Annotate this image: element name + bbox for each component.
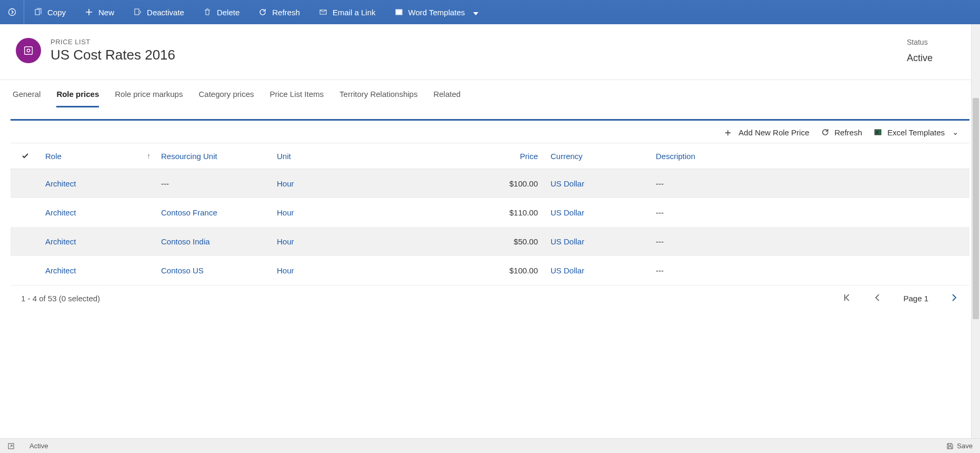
tab-role-prices[interactable]: Role prices: [56, 90, 99, 107]
prev-page-icon: [873, 293, 882, 302]
cell-resourcing-unit: ---: [156, 179, 272, 188]
header-status: Status Active: [907, 38, 964, 64]
header-titles: PRICE LIST US Cost Rates 2016: [51, 38, 175, 63]
status-bar-popout[interactable]: [7, 442, 15, 450]
tab-general[interactable]: General: [13, 90, 41, 107]
form-tabs: General Role prices Role price markups C…: [0, 80, 980, 107]
select-all-checkbox[interactable]: [11, 152, 40, 160]
cell-resourcing-unit[interactable]: Contoso US: [156, 266, 272, 275]
column-unit[interactable]: Unit: [272, 152, 429, 161]
status-label: Status: [907, 38, 933, 46]
column-currency[interactable]: Currency: [545, 152, 651, 161]
entity-icon: [16, 38, 41, 63]
cell-currency[interactable]: US Dollar: [545, 179, 651, 188]
column-description[interactable]: Description: [651, 152, 787, 161]
status-value: Active: [907, 53, 933, 64]
refresh-label: Refresh: [272, 8, 300, 17]
refresh-icon: [258, 8, 267, 16]
pager-prev[interactable]: [873, 293, 882, 304]
scrollbar-thumb[interactable]: [973, 98, 979, 319]
svg-text:W: W: [397, 10, 401, 15]
table-row[interactable]: Architect Contoso France Hour $110.00 US…: [11, 198, 969, 227]
role-prices-subgrid: ＋ Add New Role Price Refresh X Excel Tem…: [11, 119, 969, 313]
tab-price-list-items[interactable]: Price List Items: [270, 90, 324, 107]
email-link-button[interactable]: Email a Link: [309, 0, 385, 24]
cell-description: ---: [651, 237, 787, 246]
table-row[interactable]: Architect Contoso India Hour $50.00 US D…: [11, 227, 969, 256]
popout-icon: [7, 442, 15, 450]
word-templates-button[interactable]: W Word Templates: [385, 0, 488, 24]
column-role[interactable]: Role ↑: [40, 152, 156, 161]
pager-first[interactable]: [842, 293, 852, 304]
cell-unit[interactable]: Hour: [272, 237, 429, 246]
cell-price: $100.00: [429, 179, 545, 188]
chevron-right-circle-icon: [8, 8, 16, 16]
form-body: General Role prices Role price markups C…: [0, 80, 980, 319]
cell-role[interactable]: Architect: [40, 208, 156, 217]
role-prices-grid: Role ↑ Resourcing Unit Unit Price Curren…: [11, 143, 969, 313]
refresh-icon: [821, 128, 829, 136]
new-button[interactable]: New: [75, 0, 124, 24]
plus-icon: [85, 8, 93, 16]
cell-unit[interactable]: Hour: [272, 208, 429, 217]
save-icon: [946, 442, 954, 450]
cell-currency[interactable]: US Dollar: [545, 208, 651, 217]
tab-category-prices[interactable]: Category prices: [198, 90, 254, 107]
cell-currency[interactable]: US Dollar: [545, 237, 651, 246]
trash-icon: [203, 8, 212, 16]
save-button[interactable]: Save: [946, 442, 973, 450]
vertical-scrollbar[interactable]: [971, 24, 980, 438]
status-bar-state: Active: [29, 442, 48, 450]
pager: Page 1: [842, 293, 959, 304]
cell-unit[interactable]: Hour: [272, 266, 429, 275]
column-price[interactable]: Price: [429, 152, 545, 161]
cell-role[interactable]: Architect: [40, 237, 156, 246]
copy-button[interactable]: Copy: [24, 0, 75, 24]
status-bar: Active Save: [0, 438, 980, 453]
word-icon: W: [395, 8, 403, 16]
svg-text:X: X: [876, 130, 879, 135]
next-page-icon: [949, 293, 959, 302]
sort-asc-icon: ↑: [147, 152, 151, 160]
subgrid-refresh-button[interactable]: Refresh: [821, 128, 863, 137]
tab-related[interactable]: Related: [433, 90, 461, 107]
grid-header: Role ↑ Resourcing Unit Unit Price Curren…: [11, 143, 969, 169]
refresh-button[interactable]: Refresh: [249, 0, 309, 24]
email-icon: [319, 8, 327, 16]
cell-price: $100.00: [429, 266, 545, 275]
copy-icon: [34, 8, 42, 16]
command-bar: Copy New Deactivate Delete Refresh Email…: [0, 0, 980, 24]
delete-button[interactable]: Delete: [194, 0, 249, 24]
cell-currency[interactable]: US Dollar: [545, 266, 651, 275]
table-row[interactable]: Architect --- Hour $100.00 US Dollar ---: [11, 169, 969, 198]
cell-role[interactable]: Architect: [40, 266, 156, 275]
chevron-down-icon: [470, 8, 478, 17]
excel-templates-button[interactable]: X Excel Templates ⌄: [874, 127, 959, 137]
svg-rect-1: [35, 9, 39, 15]
cell-description: ---: [651, 266, 787, 275]
cell-resourcing-unit[interactable]: Contoso France: [156, 208, 272, 217]
save-label: Save: [957, 442, 973, 450]
column-resourcing-unit[interactable]: Resourcing Unit: [156, 152, 272, 161]
add-new-role-price-button[interactable]: ＋ Add New Role Price: [723, 127, 809, 137]
cell-unit[interactable]: Hour: [272, 179, 429, 188]
deactivate-icon: [133, 8, 142, 16]
new-label: New: [98, 8, 114, 17]
tab-territory-relationships[interactable]: Territory Relationships: [339, 90, 417, 107]
table-row[interactable]: Architect Contoso US Hour $100.00 US Dol…: [11, 256, 969, 285]
record-summary: 1 - 4 of 53 (0 selected): [21, 294, 100, 303]
form-header: PRICE LIST US Cost Rates 2016 Status Act…: [0, 24, 980, 80]
subgrid-refresh-label: Refresh: [835, 128, 863, 137]
cell-description: ---: [651, 208, 787, 217]
email-link-label: Email a Link: [333, 8, 376, 17]
cell-price: $110.00: [429, 208, 545, 217]
nav-expand-button[interactable]: [0, 0, 24, 24]
cell-role[interactable]: Architect: [40, 179, 156, 188]
cell-resourcing-unit[interactable]: Contoso India: [156, 237, 272, 246]
excel-icon: X: [874, 128, 882, 136]
pager-next[interactable]: [949, 293, 959, 304]
deactivate-label: Deactivate: [147, 8, 184, 17]
tab-role-price-markups[interactable]: Role price markups: [115, 90, 183, 107]
deactivate-button[interactable]: Deactivate: [124, 0, 194, 24]
pricelist-icon: [23, 45, 34, 56]
